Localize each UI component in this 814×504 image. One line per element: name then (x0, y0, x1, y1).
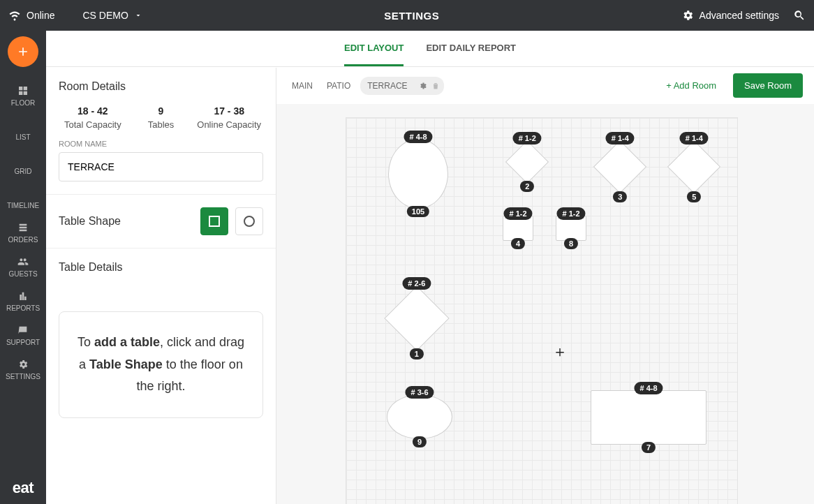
nav-settings-label: SETTINGS (6, 373, 40, 380)
gear-icon (17, 359, 29, 370)
online-capacity-value: 17 - 38 (195, 105, 263, 117)
workspace-switcher[interactable]: CS DEMO (82, 10, 142, 21)
table-capacity-pill: # 1-2 (513, 132, 542, 144)
room-side-panel: Room Details 18 - 42 Total Capacity 9 Ta… (46, 68, 276, 504)
search-icon[interactable] (793, 9, 806, 22)
table-body (388, 139, 448, 209)
chevron-down-icon (134, 11, 142, 20)
settings-tabs: EDIT LAYOUT EDIT DAILY REPORT (46, 31, 814, 67)
table-capacity-pill: # 1-2 (503, 207, 532, 220)
table-id-pill: 105 (407, 206, 429, 217)
table-7[interactable]: # 4-87 (591, 390, 706, 445)
room-tab-terrace[interactable]: TERRACE (360, 77, 414, 95)
add-button[interactable] (8, 36, 38, 67)
table-id-pill: 1 (410, 348, 424, 360)
table-4[interactable]: # 1-24 (503, 216, 533, 241)
plus-icon (16, 45, 30, 59)
table-3[interactable]: # 1-43 (593, 140, 647, 194)
nav-orders[interactable]: ORDERS (0, 216, 46, 251)
table-body (384, 286, 449, 350)
table-body (667, 140, 720, 193)
table-id-pill: 8 (564, 238, 578, 249)
reports-icon (17, 290, 29, 302)
table-details-heading: Table Details (59, 261, 263, 274)
table-id-pill: 4 (511, 238, 525, 249)
room-details-heading: Room Details (59, 80, 263, 93)
add-room-link[interactable]: + Add Room (666, 80, 716, 91)
advanced-settings-label: Advanced settings (700, 10, 779, 21)
save-room-button[interactable]: Save Room (733, 73, 803, 98)
nav-guests[interactable]: GUESTS (0, 251, 46, 285)
shape-square-button[interactable] (200, 207, 228, 235)
tab-edit-layout[interactable]: EDIT LAYOUT (344, 31, 404, 66)
room-delete-icon[interactable] (431, 82, 440, 90)
canvas-header: MAIN PATIO TERRACE + Add Room Save Room (276, 68, 814, 104)
room-tab-patio[interactable]: PATIO (323, 78, 355, 94)
table-1[interactable]: # 2-61 (384, 286, 450, 351)
table-capacity-pill: # 1-4 (606, 132, 635, 144)
nav-support[interactable]: SUPPORT (0, 319, 46, 353)
nav-list-label: LIST (15, 133, 30, 141)
workspace-name: CS DEMO (82, 10, 128, 21)
table-capacity-pill: # 1-4 (680, 132, 709, 144)
table-105[interactable]: # 4-8105 (388, 139, 448, 209)
top-bar: Online CS DEMO SETTINGS Advanced setting… (0, 0, 814, 31)
nav-floor-label: FLOOR (11, 99, 35, 107)
page-title: SETTINGS (142, 10, 681, 22)
shape-circle-button[interactable] (235, 207, 263, 235)
table-id-pill: 9 (413, 436, 427, 447)
table-id-pill: 3 (613, 191, 627, 202)
table-9[interactable]: # 3-69 (387, 394, 452, 439)
online-label: Online (27, 10, 54, 21)
orders-icon (17, 222, 29, 233)
nav-settings[interactable]: SETTINGS (0, 353, 46, 387)
room-tab-main[interactable]: MAIN (288, 78, 317, 94)
table-5[interactable]: # 1-45 (667, 140, 721, 194)
nav-list[interactable]: LIST (0, 114, 46, 148)
guests-icon (17, 256, 29, 267)
connection-status: Online (8, 9, 54, 22)
table-capacity-pill: # 1-2 (556, 207, 585, 220)
table-body (593, 140, 646, 193)
table-capacity-pill: # 4-8 (634, 382, 663, 394)
brand-logo: eat (13, 479, 34, 497)
nav-reports-label: REPORTS (6, 304, 40, 312)
room-name-label: ROOM NAME (59, 140, 263, 148)
table-body (387, 394, 452, 439)
table-shape-heading: Table Shape (59, 215, 121, 228)
circle-icon (244, 216, 255, 227)
support-icon (17, 325, 29, 336)
advanced-settings-link[interactable]: Advanced settings (681, 9, 779, 22)
plus-cursor-icon: ＋ (552, 341, 568, 362)
nav-orders-label: ORDERS (8, 236, 38, 244)
nav-reports[interactable]: REPORTS (0, 285, 46, 319)
main-area: EDIT LAYOUT EDIT DAILY REPORT Room Detai… (46, 31, 814, 504)
table-id-pill: 5 (687, 191, 701, 202)
floor-icon (17, 85, 29, 96)
room-name-input[interactable] (59, 152, 263, 181)
table-capacity-pill: # 4-8 (404, 131, 432, 143)
nav-grid[interactable]: GRID (0, 148, 46, 182)
add-table-hint: To add a table, click and drag a Table S… (59, 311, 263, 418)
total-capacity-value: 18 - 42 (59, 105, 127, 117)
table-capacity-pill: # 2-6 (402, 277, 431, 290)
wifi-icon (8, 9, 21, 22)
tables-value: 9 (127, 105, 195, 117)
table-capacity-pill: # 3-6 (405, 386, 434, 399)
room-settings-icon[interactable] (419, 82, 427, 90)
table-2[interactable]: # 1-22 (505, 140, 549, 184)
tables-label: Tables (127, 119, 195, 130)
table-body (591, 390, 706, 445)
nav-grid-label: GRID (15, 168, 32, 175)
floor-grid[interactable]: # 4-8105# 1-22# 1-43# 1-45# 1-24# 1-28# … (276, 104, 814, 504)
nav-timeline-label: TIMELINE (7, 202, 39, 209)
tab-edit-daily-report[interactable]: EDIT DAILY REPORT (426, 31, 516, 66)
table-8[interactable]: # 1-28 (556, 216, 586, 241)
nav-timeline[interactable]: TIMELINE (0, 182, 46, 216)
floor-grid-inner[interactable]: # 4-8105# 1-22# 1-43# 1-45# 1-24# 1-28# … (346, 118, 737, 504)
table-id-pill: 7 (642, 442, 656, 453)
square-icon (209, 216, 220, 227)
total-capacity-label: Total Capacity (59, 119, 127, 130)
canvas-area: MAIN PATIO TERRACE + Add Room Save Room … (276, 68, 814, 504)
nav-floor[interactable]: FLOOR (0, 80, 46, 114)
